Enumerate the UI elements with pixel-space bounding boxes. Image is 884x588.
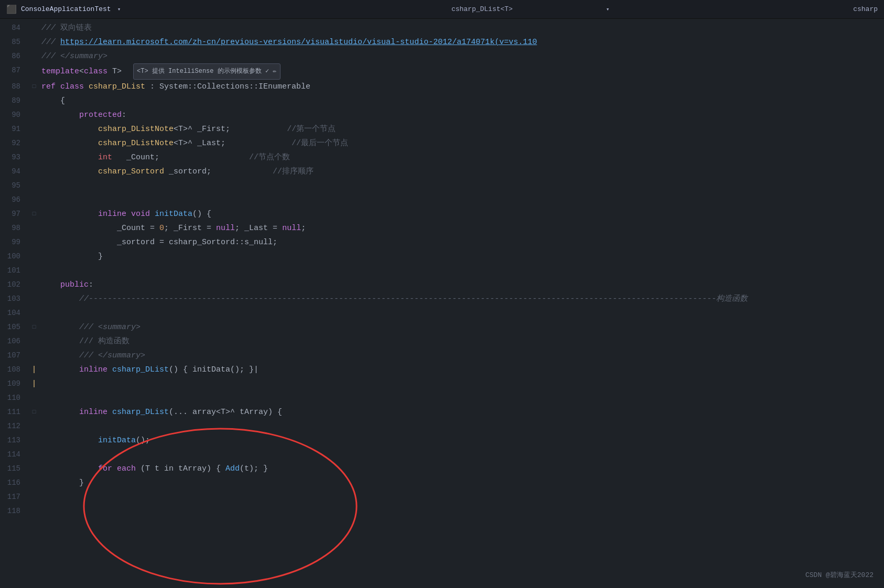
table-row: 97 □ inline void initData() { bbox=[0, 207, 884, 221]
line-number: 118 bbox=[0, 504, 29, 518]
line-number: 97 bbox=[0, 207, 29, 221]
line-number: 110 bbox=[0, 391, 29, 405]
table-row: 93 int _Count; //节点个数 bbox=[0, 150, 884, 165]
line-number: 101 bbox=[0, 264, 29, 278]
editor-area: 84 /// 双向链表 85 /// https://learn.microso… bbox=[0, 19, 884, 588]
line-number: 114 bbox=[0, 448, 29, 462]
line-number: 107 bbox=[0, 349, 29, 363]
table-row: 89 { bbox=[0, 94, 884, 108]
line-number: 115 bbox=[0, 462, 29, 476]
line-content: template<class T> <T> 提供 IntelliSense 的示… bbox=[39, 63, 884, 80]
line-number: 117 bbox=[0, 490, 29, 504]
line-content: ref class csharp_DList : System::Collect… bbox=[39, 80, 884, 94]
intellisense-tooltip[interactable]: <T> 提供 IntelliSense 的示例模板参数 ✓ ✏ bbox=[133, 63, 280, 80]
line-content: /// https://learn.microsoft.com/zh-cn/pr… bbox=[39, 35, 884, 49]
table-row: 117 bbox=[0, 490, 884, 504]
table-row: 84 /// 双向链表 bbox=[0, 21, 884, 35]
table-row: 101 bbox=[0, 264, 884, 278]
line-number: 98 bbox=[0, 221, 29, 235]
line-content: public: bbox=[39, 278, 884, 292]
line-number: 105 bbox=[0, 320, 29, 334]
table-row: 110 bbox=[0, 391, 884, 405]
code-lines: 84 /// 双向链表 85 /// https://learn.microso… bbox=[0, 19, 884, 518]
table-row: 88 □ ref class csharp_DList : System::Co… bbox=[0, 80, 884, 94]
line-content bbox=[39, 306, 884, 320]
line-number: 90 bbox=[0, 108, 29, 122]
line-content bbox=[39, 490, 884, 504]
right-label: csharp bbox=[853, 5, 878, 13]
line-number: 87 bbox=[0, 63, 29, 78]
line-number: 100 bbox=[0, 249, 29, 264]
line-content: initData(); bbox=[39, 433, 884, 448]
table-row: 103 //----------------------------------… bbox=[0, 292, 884, 306]
line-content: inline csharp_DList(... array<T>^ tArray… bbox=[39, 405, 884, 419]
line-number: 109 bbox=[0, 377, 29, 391]
gutter: □ bbox=[29, 320, 39, 334]
line-number: 103 bbox=[0, 292, 29, 306]
table-row: 111 □ inline csharp_DList(... array<T>^ … bbox=[0, 405, 884, 419]
table-row: 107 /// </summary> bbox=[0, 349, 884, 363]
collapse-icon[interactable]: □ bbox=[33, 207, 36, 221]
table-row: 99 _sortord = csharp_Sortord::s_null; bbox=[0, 235, 884, 249]
line-content: _Count = 0; _First = null; _Last = null; bbox=[39, 221, 884, 235]
line-content: /// <summary> bbox=[39, 320, 884, 334]
table-row: 98 _Count = 0; _First = null; _Last = nu… bbox=[0, 221, 884, 235]
line-content: inline void initData() { bbox=[39, 207, 884, 221]
table-row: 96 bbox=[0, 193, 884, 207]
line-number: 106 bbox=[0, 334, 29, 349]
line-content: } bbox=[39, 249, 884, 264]
table-row: 109 | bbox=[0, 377, 884, 391]
line-number: 91 bbox=[0, 122, 29, 136]
collapse-icon[interactable]: □ bbox=[33, 320, 36, 334]
line-content bbox=[39, 179, 884, 193]
app-name: ConsoleApplicationTest bbox=[21, 5, 111, 13]
line-content bbox=[39, 193, 884, 207]
collapse-icon[interactable]: □ bbox=[33, 80, 36, 94]
line-content bbox=[39, 504, 884, 518]
line-content bbox=[39, 391, 884, 405]
line-number: 102 bbox=[0, 278, 29, 292]
table-row: 100 } bbox=[0, 249, 884, 264]
gutter: | bbox=[29, 363, 39, 377]
collapse-icon[interactable]: □ bbox=[33, 405, 36, 419]
line-content: /// </summary> bbox=[39, 49, 884, 63]
line-content: { bbox=[39, 94, 884, 108]
line-number: 92 bbox=[0, 136, 29, 150]
gutter: | bbox=[29, 377, 39, 391]
table-row: 95 bbox=[0, 179, 884, 193]
title-dropdown-arrow[interactable]: ▾ bbox=[117, 6, 121, 13]
table-row: 85 /// https://learn.microsoft.com/zh-cn… bbox=[0, 35, 884, 49]
table-row: 91 csharp_DListNote<T>^ _First; //第一个节点 bbox=[0, 122, 884, 136]
table-row: 104 bbox=[0, 306, 884, 320]
table-row: 87 template<class T> <T> 提供 IntelliSense… bbox=[0, 63, 884, 80]
watermark: CSDN @碧海蓝天2022 bbox=[805, 570, 874, 580]
watermark-text: CSDN @碧海蓝天2022 bbox=[805, 571, 874, 579]
line-number: 94 bbox=[0, 165, 29, 179]
line-content: _sortord = csharp_Sortord::s_null; bbox=[39, 235, 884, 249]
table-row: 86 /// </summary> bbox=[0, 49, 884, 63]
line-content bbox=[39, 448, 884, 462]
line-number: 96 bbox=[0, 193, 29, 207]
table-row: 116 } bbox=[0, 476, 884, 490]
line-number: 85 bbox=[0, 35, 29, 49]
line-content: csharp_DListNote<T>^ _First; //第一个节点 bbox=[39, 122, 884, 136]
title-bar: ⬛ ConsoleApplicationTest ▾ csharp_DList<… bbox=[0, 0, 884, 19]
line-content: /// 构造函数 bbox=[39, 334, 884, 349]
table-row: 114 bbox=[0, 448, 884, 462]
method-dropdown[interactable]: ▾ bbox=[606, 6, 610, 13]
line-number: 104 bbox=[0, 306, 29, 320]
table-row: 92 csharp_DListNote<T>^ _Last; //最后一个节点 bbox=[0, 136, 884, 150]
table-row: 113 initData(); bbox=[0, 433, 884, 448]
line-number: 84 bbox=[0, 21, 29, 35]
line-content: csharp_Sortord _sortord; //排序顺序 bbox=[39, 165, 884, 179]
method-name: csharp_DList<T> bbox=[364, 5, 600, 13]
line-content: inline csharp_DList() { initData(); }| bbox=[39, 363, 884, 377]
table-row: 90 protected: bbox=[0, 108, 884, 122]
line-content: /// 双向链表 bbox=[39, 21, 884, 35]
line-content: for each (T t in tArray) { Add(t); } bbox=[39, 462, 884, 476]
line-content bbox=[39, 264, 884, 278]
line-number: 108 bbox=[0, 363, 29, 377]
line-content: protected: bbox=[39, 108, 884, 122]
gutter: □ bbox=[29, 80, 39, 94]
line-content: /// </summary> bbox=[39, 349, 884, 363]
